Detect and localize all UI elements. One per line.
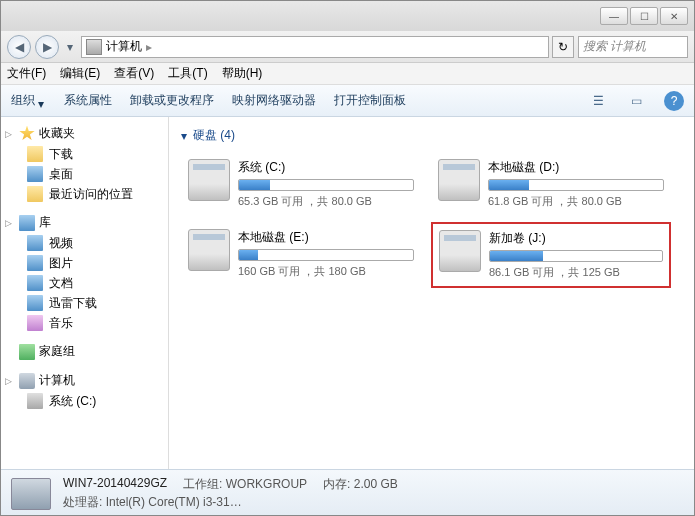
drive-icon [438, 159, 480, 201]
menu-tools[interactable]: 工具(T) [168, 65, 207, 82]
sidebar-homegroup[interactable]: 家庭组 [1, 341, 168, 362]
folder-icon [27, 146, 43, 162]
menu-file[interactable]: 文件(F) [7, 65, 46, 82]
picture-icon [27, 255, 43, 271]
history-dropdown[interactable]: ▾ [63, 35, 77, 59]
titlebar: — ☐ ✕ [1, 1, 694, 31]
chevron-down-icon: ▾ [38, 97, 46, 105]
music-icon [27, 315, 43, 331]
sidebar-item-videos[interactable]: 视频 [1, 233, 168, 253]
help-button[interactable]: ? [664, 91, 684, 111]
sidebar-computer[interactable]: ▷计算机 [1, 370, 168, 391]
sidebar-item-music[interactable]: 音乐 [1, 313, 168, 333]
menu-view[interactable]: 查看(V) [114, 65, 154, 82]
back-button[interactable]: ◀ [7, 35, 31, 59]
drive-icon [188, 229, 230, 271]
sidebar-item-thunder[interactable]: 迅雷下载 [1, 293, 168, 313]
drive-free-space: 160 GB 可用 ，共 180 GB [238, 264, 414, 279]
sidebar-item-pictures[interactable]: 图片 [1, 253, 168, 273]
homegroup-icon [19, 344, 35, 360]
preview-pane-button[interactable]: ▭ [626, 91, 646, 111]
sidebar-item-drive-c[interactable]: 系统 (C:) [1, 391, 168, 411]
navbar: ◀ ▶ ▾ 计算机 ▸ ↻ 搜索 计算机 [1, 31, 694, 63]
sidebar-item-desktop[interactable]: 桌面 [1, 164, 168, 184]
star-icon [19, 126, 35, 142]
section-title: 硬盘 (4) [193, 127, 235, 144]
status-computer-name: WIN7-20140429GZ [63, 476, 167, 493]
sidebar-item-documents[interactable]: 文档 [1, 273, 168, 293]
drive-free-space: 65.3 GB 可用 ，共 80.0 GB [238, 194, 414, 209]
folder-icon [27, 186, 43, 202]
drive-free-space: 86.1 GB 可用 ，共 125 GB [489, 265, 663, 280]
refresh-button[interactable]: ↻ [552, 36, 574, 58]
video-icon [27, 235, 43, 251]
drive-name: 本地磁盘 (D:) [488, 159, 664, 176]
drive-name: 新加卷 (J:) [489, 230, 663, 247]
control-panel-button[interactable]: 打开控制面板 [334, 92, 406, 109]
collapse-icon: ▾ [181, 129, 187, 143]
close-button[interactable]: ✕ [660, 7, 688, 25]
forward-button[interactable]: ▶ [35, 35, 59, 59]
drive-item[interactable]: 新加卷 (J:)86.1 GB 可用 ，共 125 GB [431, 222, 671, 288]
usage-bar [489, 250, 663, 262]
status-workgroup: WORKGROUP [226, 477, 307, 491]
toolbar: 组织▾ 系统属性 卸载或更改程序 映射网络驱动器 打开控制面板 ☰ ▭ ? [1, 85, 694, 117]
menubar: 文件(F) 编辑(E) 查看(V) 工具(T) 帮助(H) [1, 63, 694, 85]
map-drive-button[interactable]: 映射网络驱动器 [232, 92, 316, 109]
search-placeholder: 搜索 计算机 [583, 38, 646, 55]
view-mode-button[interactable]: ☰ [588, 91, 608, 111]
computer-icon [19, 373, 35, 389]
organize-button[interactable]: 组织▾ [11, 92, 46, 109]
menu-edit[interactable]: 编辑(E) [60, 65, 100, 82]
drive-item[interactable]: 本地磁盘 (D:)61.8 GB 可用 ，共 80.0 GB [431, 152, 671, 216]
statusbar: WIN7-20140429GZ 工作组: WORKGROUP 内存: 2.00 … [1, 469, 694, 516]
uninstall-button[interactable]: 卸载或更改程序 [130, 92, 214, 109]
usage-bar [488, 179, 664, 191]
download-icon [27, 295, 43, 311]
status-memory: 2.00 GB [354, 477, 398, 491]
maximize-button[interactable]: ☐ [630, 7, 658, 25]
system-properties-button[interactable]: 系统属性 [64, 92, 112, 109]
breadcrumb-separator-icon[interactable]: ▸ [146, 40, 152, 54]
menu-help[interactable]: 帮助(H) [222, 65, 263, 82]
status-processor: Intel(R) Core(TM) i3-31… [106, 495, 242, 509]
sidebar-favorites[interactable]: ▷收藏夹 [1, 123, 168, 144]
expand-icon: ▷ [5, 376, 15, 386]
drive-name: 本地磁盘 (E:) [238, 229, 414, 246]
library-icon [19, 215, 35, 231]
sidebar: ▷收藏夹 下载 桌面 最近访问的位置 ▷库 视频 图片 文档 迅雷下载 音乐 家… [1, 117, 169, 469]
address-text: 计算机 [106, 38, 142, 55]
minimize-button[interactable]: — [600, 7, 628, 25]
usage-bar [238, 179, 414, 191]
document-icon [27, 275, 43, 291]
sidebar-libraries[interactable]: ▷库 [1, 212, 168, 233]
drive-icon [439, 230, 481, 272]
content-pane: ▾ 硬盘 (4) 系统 (C:)65.3 GB 可用 ，共 80.0 GB本地磁… [169, 117, 694, 469]
address-bar[interactable]: 计算机 ▸ [81, 36, 549, 58]
drive-item[interactable]: 本地磁盘 (E:)160 GB 可用 ，共 180 GB [181, 222, 421, 288]
search-input[interactable]: 搜索 计算机 [578, 36, 688, 58]
drive-name: 系统 (C:) [238, 159, 414, 176]
sidebar-item-downloads[interactable]: 下载 [1, 144, 168, 164]
collapse-icon: ▷ [5, 129, 15, 139]
section-header[interactable]: ▾ 硬盘 (4) [181, 123, 682, 152]
drive-free-space: 61.8 GB 可用 ，共 80.0 GB [488, 194, 664, 209]
sidebar-item-recent[interactable]: 最近访问的位置 [1, 184, 168, 204]
collapse-icon: ▷ [5, 218, 15, 228]
desktop-icon [27, 166, 43, 182]
usage-bar [238, 249, 414, 261]
computer-icon [11, 478, 51, 510]
drive-item[interactable]: 系统 (C:)65.3 GB 可用 ，共 80.0 GB [181, 152, 421, 216]
drive-icon [27, 393, 43, 409]
drive-icon [188, 159, 230, 201]
computer-icon [86, 39, 102, 55]
